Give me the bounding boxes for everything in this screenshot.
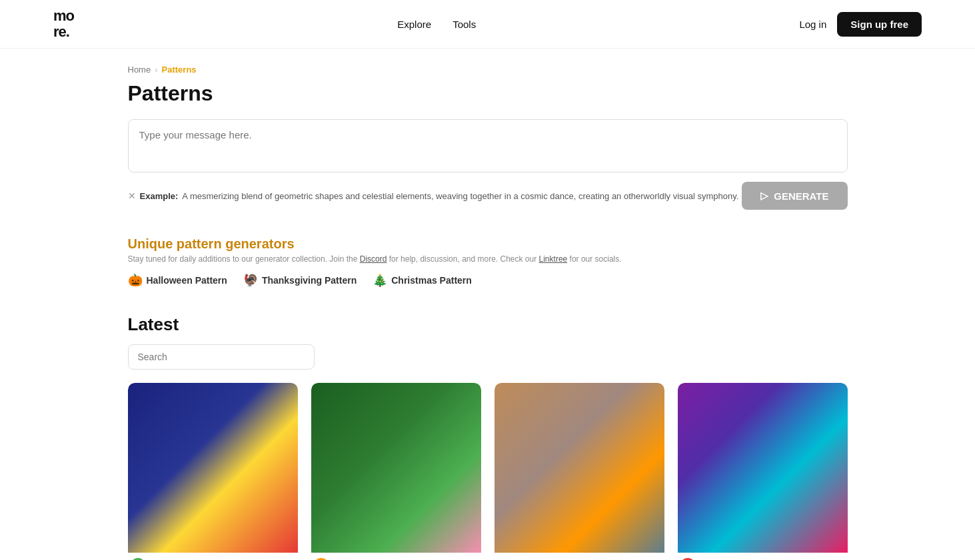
main-content: Home › Patterns Patterns ✕ Example: A me… (101, 49, 874, 560)
page-title: Patterns (128, 81, 848, 106)
shuffle-icon: ✕ (128, 190, 136, 201)
generate-label: GENERATE (774, 190, 828, 202)
pattern-info: Untitled♡ (678, 553, 848, 560)
unique-subtitle: Stay tuned for daily additions to our ge… (128, 254, 848, 264)
nav-tools[interactable]: Tools (453, 19, 476, 30)
halloween-pattern-tag[interactable]: 🎃 Halloween Pattern (128, 273, 227, 288)
login-button[interactable]: Log in (799, 19, 826, 30)
nav-links: Explore Tools (397, 19, 476, 30)
signup-button[interactable]: Sign up free (837, 12, 922, 37)
navbar: more. Explore Tools Log in Sign up free (0, 0, 975, 49)
nav-actions: Log in Sign up free (799, 12, 922, 37)
pattern-thumbnail (494, 383, 664, 553)
pattern-thumbnail (128, 383, 298, 553)
breadcrumb-home[interactable]: Home (128, 65, 151, 75)
halloween-label: Halloween Pattern (147, 275, 227, 286)
pattern-thumbnail (311, 383, 481, 553)
example-label: Example: (140, 191, 179, 201)
pattern-info: Seamless Tileable IoT Factory Pattern♡ (494, 553, 664, 560)
pattern-card[interactable]: Seamless Pixel♡ (128, 383, 298, 560)
unique-title: Unique pattern generators (128, 236, 848, 252)
latest-title: Latest (128, 314, 848, 335)
example-value: A mesmerizing blend of geometric shapes … (182, 191, 738, 201)
pattern-thumbnail (678, 383, 848, 553)
thanksgiving-emoji: 🦃 (243, 273, 258, 288)
halloween-emoji: 🎃 (128, 273, 143, 288)
christmas-emoji: 🎄 (373, 273, 387, 288)
pattern-card[interactable]: Tiled Frog Pattern♡ (311, 383, 481, 560)
christmas-pattern-tag[interactable]: 🎄 Christmas Pattern (373, 273, 472, 288)
pattern-info: Seamless Pixel♡ (128, 553, 298, 560)
unique-section: Unique pattern generators Stay tuned for… (128, 236, 848, 288)
thanksgiving-pattern-tag[interactable]: 🦃 Thanksgiving Pattern (243, 273, 357, 288)
linktree-link[interactable]: Linktree (539, 254, 568, 264)
example-row: ✕ Example: A mesmerizing blend of geomet… (128, 182, 848, 210)
breadcrumb-current: Patterns (162, 65, 197, 75)
send-icon: ▷ (760, 190, 768, 202)
breadcrumb-separator: › (155, 65, 157, 75)
logo[interactable]: more. (53, 8, 74, 40)
latest-section: Latest Seamless Pixel♡Tiled Frog Pattern… (128, 314, 848, 560)
christmas-label: Christmas Pattern (391, 275, 472, 286)
generate-button[interactable]: ▷ GENERATE (742, 182, 847, 210)
pattern-info: Tiled Frog Pattern♡ (311, 553, 481, 560)
nav-explore[interactable]: Explore (397, 19, 431, 30)
breadcrumb: Home › Patterns (128, 65, 848, 75)
discord-link[interactable]: Discord (360, 254, 387, 264)
pattern-grid: Seamless Pixel♡Tiled Frog Pattern♡Seamle… (128, 383, 848, 560)
prompt-textarea[interactable] (128, 119, 848, 172)
pattern-card[interactable]: Seamless Tileable IoT Factory Pattern♡ (494, 383, 664, 560)
thanksgiving-label: Thanksgiving Pattern (262, 275, 357, 286)
pattern-tags: 🎃 Halloween Pattern 🦃 Thanksgiving Patte… (128, 273, 848, 288)
search-input[interactable] (128, 344, 315, 370)
pattern-card[interactable]: Untitled♡ (678, 383, 848, 560)
example-text: ✕ Example: A mesmerizing blend of geomet… (128, 190, 739, 201)
